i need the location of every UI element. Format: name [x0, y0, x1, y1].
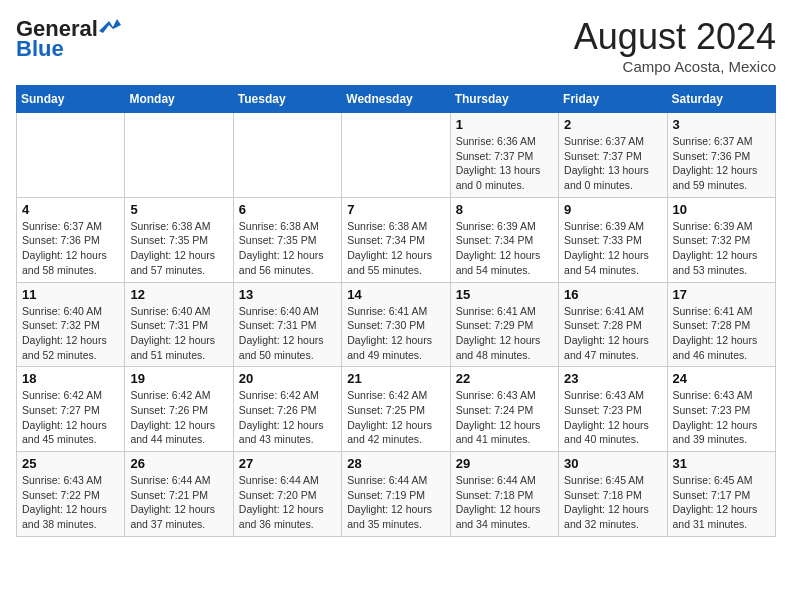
day-number: 22 — [456, 371, 553, 386]
calendar-cell: 10Sunrise: 6:39 AM Sunset: 7:32 PM Dayli… — [667, 197, 775, 282]
day-number: 25 — [22, 456, 119, 471]
day-info: Sunrise: 6:42 AM Sunset: 7:26 PM Dayligh… — [239, 388, 336, 447]
calendar-cell — [17, 113, 125, 198]
calendar-cell: 1Sunrise: 6:36 AM Sunset: 7:37 PM Daylig… — [450, 113, 558, 198]
location-subtitle: Campo Acosta, Mexico — [574, 58, 776, 75]
day-number: 5 — [130, 202, 227, 217]
day-number: 4 — [22, 202, 119, 217]
calendar-cell: 22Sunrise: 6:43 AM Sunset: 7:24 PM Dayli… — [450, 367, 558, 452]
day-number: 13 — [239, 287, 336, 302]
day-number: 18 — [22, 371, 119, 386]
calendar-cell: 17Sunrise: 6:41 AM Sunset: 7:28 PM Dayli… — [667, 282, 775, 367]
calendar-cell — [233, 113, 341, 198]
day-info: Sunrise: 6:42 AM Sunset: 7:25 PM Dayligh… — [347, 388, 444, 447]
calendar-week-4: 18Sunrise: 6:42 AM Sunset: 7:27 PM Dayli… — [17, 367, 776, 452]
calendar-cell: 24Sunrise: 6:43 AM Sunset: 7:23 PM Dayli… — [667, 367, 775, 452]
day-info: Sunrise: 6:41 AM Sunset: 7:28 PM Dayligh… — [673, 304, 770, 363]
day-info: Sunrise: 6:42 AM Sunset: 7:26 PM Dayligh… — [130, 388, 227, 447]
calendar-cell: 5Sunrise: 6:38 AM Sunset: 7:35 PM Daylig… — [125, 197, 233, 282]
day-number: 20 — [239, 371, 336, 386]
day-number: 29 — [456, 456, 553, 471]
day-info: Sunrise: 6:39 AM Sunset: 7:32 PM Dayligh… — [673, 219, 770, 278]
weekday-header-wednesday: Wednesday — [342, 86, 450, 113]
day-info: Sunrise: 6:41 AM Sunset: 7:28 PM Dayligh… — [564, 304, 661, 363]
calendar-cell: 16Sunrise: 6:41 AM Sunset: 7:28 PM Dayli… — [559, 282, 667, 367]
day-info: Sunrise: 6:45 AM Sunset: 7:17 PM Dayligh… — [673, 473, 770, 532]
day-number: 11 — [22, 287, 119, 302]
calendar-cell: 4Sunrise: 6:37 AM Sunset: 7:36 PM Daylig… — [17, 197, 125, 282]
day-number: 19 — [130, 371, 227, 386]
calendar-cell: 26Sunrise: 6:44 AM Sunset: 7:21 PM Dayli… — [125, 452, 233, 537]
weekday-header-thursday: Thursday — [450, 86, 558, 113]
weekday-header-tuesday: Tuesday — [233, 86, 341, 113]
calendar-table: SundayMondayTuesdayWednesdayThursdayFrid… — [16, 85, 776, 537]
calendar-cell — [342, 113, 450, 198]
day-info: Sunrise: 6:44 AM Sunset: 7:18 PM Dayligh… — [456, 473, 553, 532]
logo-bird-icon — [99, 19, 121, 35]
calendar-cell: 19Sunrise: 6:42 AM Sunset: 7:26 PM Dayli… — [125, 367, 233, 452]
weekday-header-row: SundayMondayTuesdayWednesdayThursdayFrid… — [17, 86, 776, 113]
day-info: Sunrise: 6:38 AM Sunset: 7:34 PM Dayligh… — [347, 219, 444, 278]
day-number: 17 — [673, 287, 770, 302]
logo-blue: Blue — [16, 36, 64, 62]
weekday-header-friday: Friday — [559, 86, 667, 113]
calendar-cell — [125, 113, 233, 198]
weekday-header-saturday: Saturday — [667, 86, 775, 113]
day-info: Sunrise: 6:43 AM Sunset: 7:22 PM Dayligh… — [22, 473, 119, 532]
day-info: Sunrise: 6:36 AM Sunset: 7:37 PM Dayligh… — [456, 134, 553, 193]
day-number: 14 — [347, 287, 444, 302]
day-info: Sunrise: 6:43 AM Sunset: 7:24 PM Dayligh… — [456, 388, 553, 447]
day-info: Sunrise: 6:40 AM Sunset: 7:31 PM Dayligh… — [239, 304, 336, 363]
day-number: 12 — [130, 287, 227, 302]
day-number: 26 — [130, 456, 227, 471]
day-info: Sunrise: 6:40 AM Sunset: 7:31 PM Dayligh… — [130, 304, 227, 363]
day-number: 2 — [564, 117, 661, 132]
day-info: Sunrise: 6:38 AM Sunset: 7:35 PM Dayligh… — [239, 219, 336, 278]
calendar-cell: 27Sunrise: 6:44 AM Sunset: 7:20 PM Dayli… — [233, 452, 341, 537]
weekday-header-monday: Monday — [125, 86, 233, 113]
day-number: 9 — [564, 202, 661, 217]
day-info: Sunrise: 6:43 AM Sunset: 7:23 PM Dayligh… — [673, 388, 770, 447]
day-number: 3 — [673, 117, 770, 132]
calendar-cell: 2Sunrise: 6:37 AM Sunset: 7:37 PM Daylig… — [559, 113, 667, 198]
month-year-title: August 2024 — [574, 16, 776, 58]
calendar-cell: 13Sunrise: 6:40 AM Sunset: 7:31 PM Dayli… — [233, 282, 341, 367]
day-number: 7 — [347, 202, 444, 217]
day-info: Sunrise: 6:37 AM Sunset: 7:36 PM Dayligh… — [22, 219, 119, 278]
day-info: Sunrise: 6:40 AM Sunset: 7:32 PM Dayligh… — [22, 304, 119, 363]
day-number: 28 — [347, 456, 444, 471]
calendar-header: SundayMondayTuesdayWednesdayThursdayFrid… — [17, 86, 776, 113]
calendar-cell: 29Sunrise: 6:44 AM Sunset: 7:18 PM Dayli… — [450, 452, 558, 537]
calendar-cell: 11Sunrise: 6:40 AM Sunset: 7:32 PM Dayli… — [17, 282, 125, 367]
title-block: August 2024 Campo Acosta, Mexico — [574, 16, 776, 75]
day-info: Sunrise: 6:42 AM Sunset: 7:27 PM Dayligh… — [22, 388, 119, 447]
day-number: 8 — [456, 202, 553, 217]
calendar-cell: 15Sunrise: 6:41 AM Sunset: 7:29 PM Dayli… — [450, 282, 558, 367]
weekday-header-sunday: Sunday — [17, 86, 125, 113]
day-number: 15 — [456, 287, 553, 302]
day-info: Sunrise: 6:44 AM Sunset: 7:20 PM Dayligh… — [239, 473, 336, 532]
day-number: 24 — [673, 371, 770, 386]
day-info: Sunrise: 6:41 AM Sunset: 7:29 PM Dayligh… — [456, 304, 553, 363]
day-info: Sunrise: 6:45 AM Sunset: 7:18 PM Dayligh… — [564, 473, 661, 532]
calendar-cell: 18Sunrise: 6:42 AM Sunset: 7:27 PM Dayli… — [17, 367, 125, 452]
calendar-cell: 25Sunrise: 6:43 AM Sunset: 7:22 PM Dayli… — [17, 452, 125, 537]
day-number: 6 — [239, 202, 336, 217]
calendar-cell: 30Sunrise: 6:45 AM Sunset: 7:18 PM Dayli… — [559, 452, 667, 537]
calendar-cell: 14Sunrise: 6:41 AM Sunset: 7:30 PM Dayli… — [342, 282, 450, 367]
calendar-cell: 8Sunrise: 6:39 AM Sunset: 7:34 PM Daylig… — [450, 197, 558, 282]
day-number: 23 — [564, 371, 661, 386]
calendar-cell: 28Sunrise: 6:44 AM Sunset: 7:19 PM Dayli… — [342, 452, 450, 537]
day-info: Sunrise: 6:39 AM Sunset: 7:33 PM Dayligh… — [564, 219, 661, 278]
calendar-cell: 20Sunrise: 6:42 AM Sunset: 7:26 PM Dayli… — [233, 367, 341, 452]
calendar-cell: 3Sunrise: 6:37 AM Sunset: 7:36 PM Daylig… — [667, 113, 775, 198]
page-header: General Blue August 2024 Campo Acosta, M… — [16, 16, 776, 75]
calendar-week-5: 25Sunrise: 6:43 AM Sunset: 7:22 PM Dayli… — [17, 452, 776, 537]
day-number: 31 — [673, 456, 770, 471]
day-number: 30 — [564, 456, 661, 471]
day-info: Sunrise: 6:37 AM Sunset: 7:37 PM Dayligh… — [564, 134, 661, 193]
svg-marker-0 — [99, 19, 121, 33]
calendar-body: 1Sunrise: 6:36 AM Sunset: 7:37 PM Daylig… — [17, 113, 776, 537]
day-number: 21 — [347, 371, 444, 386]
calendar-week-3: 11Sunrise: 6:40 AM Sunset: 7:32 PM Dayli… — [17, 282, 776, 367]
